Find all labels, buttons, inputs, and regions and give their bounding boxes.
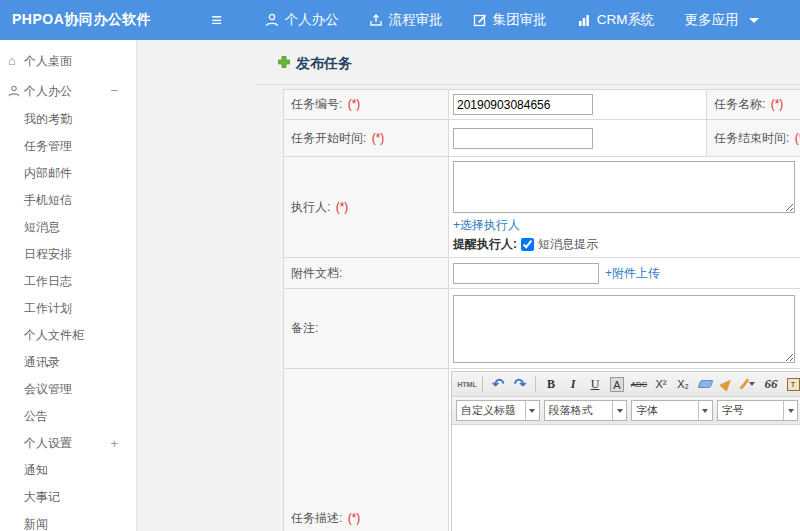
add-plus-icon [277, 55, 291, 73]
sidebar-item-internal-mail[interactable]: 内部邮件 [0, 160, 136, 187]
sidebar-item-personal-desktop[interactable]: ⌂ 个人桌面 [0, 46, 136, 76]
choose-executor-link[interactable]: +选择执行人 [453, 218, 520, 232]
executor-label-cell: 执行人: (*) [284, 157, 449, 258]
font-style-button[interactable]: A [610, 377, 623, 392]
start-time-input[interactable] [453, 128, 593, 149]
collapse-icon[interactable]: − [110, 76, 118, 106]
attachment-upload-link[interactable]: +附件上传 [605, 265, 660, 282]
expand-icon[interactable]: + [110, 430, 118, 457]
font-family-dropdown[interactable]: 字体 [631, 400, 713, 421]
font-size-dropdown[interactable]: 字号 [717, 400, 799, 421]
app-brand: PHPOA协同办公软件 [0, 11, 163, 29]
sidebar-item-schedule[interactable]: 日程安排 [0, 241, 136, 268]
publish-task-form: 任务编号: (*) 任务名称: (*) 任务开始时间: (*) [283, 89, 800, 531]
executor-textarea[interactable] [453, 161, 795, 213]
eraser-icon[interactable] [697, 380, 713, 388]
strikethrough-button[interactable]: ABC [629, 374, 649, 394]
nav-item-workflow-approval[interactable]: 流程审批 [369, 11, 443, 29]
upload-icon [369, 13, 383, 27]
required-mark: (*) [771, 97, 784, 111]
edit-icon [473, 13, 487, 27]
chevron-down-icon [698, 401, 712, 420]
chevron-down-icon [749, 18, 759, 23]
sidebar-item-meeting-management[interactable]: 会议管理 [0, 376, 136, 403]
bar-chart-icon [577, 13, 591, 27]
nav-item-crm[interactable]: CRM系统 [577, 11, 655, 29]
remark-textarea[interactable] [453, 295, 795, 363]
user-icon [8, 76, 20, 106]
editor-toolbar-row1: HTML ↶ ↷ B I U A ABC X² [452, 372, 800, 397]
page-title: 发布任务 [296, 55, 352, 73]
rich-text-editor: HTML ↶ ↷ B I U A ABC X² [451, 371, 800, 531]
end-time-label-cell: 任务结束时间: (*) [707, 120, 800, 157]
sidebar-item-major-events[interactable]: 大事记 [0, 484, 136, 511]
superscript-button[interactable]: X² [651, 374, 671, 394]
nav-item-personal-office[interactable]: 个人办公 [265, 11, 339, 29]
task-no-input[interactable] [453, 94, 593, 115]
nav-item-more-apps[interactable]: 更多应用 [685, 11, 759, 29]
chevron-down-icon [525, 401, 539, 420]
sidebar: ⌂ 个人桌面 个人办公 − 我的考勤 任务管理 内部邮件 手机短信 短消息 日程… [0, 40, 137, 531]
start-time-label-cell: 任务开始时间: (*) [284, 120, 449, 157]
user-icon [265, 13, 279, 27]
required-mark: (*) [372, 131, 385, 145]
sidebar-item-news[interactable]: 新闻 [0, 511, 136, 531]
magic-wand-icon [740, 378, 750, 389]
remark-label-cell: 备注: [284, 289, 449, 369]
undo-icon[interactable]: ↶ [488, 374, 508, 394]
required-mark: (*) [336, 200, 349, 214]
top-nav: 个人办公 流程审批 集团审批 CRM系统 更多应用 [250, 11, 774, 29]
task-no-label-cell: 任务编号: (*) [284, 90, 449, 120]
sidebar-item-personal-office[interactable]: 个人办公 − [0, 76, 136, 106]
bold-button[interactable]: B [541, 374, 561, 394]
sidebar-item-sms[interactable]: 手机短信 [0, 187, 136, 214]
italic-button[interactable]: I [563, 374, 583, 394]
sidebar-item-my-attendance[interactable]: 我的考勤 [0, 106, 136, 133]
sidebar-item-work-log[interactable]: 工作日志 [0, 268, 136, 295]
paste-as-text-icon[interactable]: T [787, 378, 800, 391]
sidebar-item-task-management[interactable]: 任务管理 [0, 133, 136, 160]
chevron-down-icon [783, 401, 797, 420]
sms-remind-label: 短消息提示 [538, 236, 598, 253]
sidebar-item-personal-settings[interactable]: 个人设置 + [0, 430, 136, 457]
format-brush-icon[interactable] [719, 376, 734, 392]
quick-format-button[interactable] [739, 374, 759, 394]
sidebar-item-announcement[interactable]: 公告 [0, 403, 136, 430]
chevron-down-icon [749, 382, 755, 386]
attachment-label-cell: 附件文档: [284, 258, 449, 289]
attachment-input[interactable] [453, 263, 599, 284]
sidebar-item-contacts[interactable]: 通讯录 [0, 349, 136, 376]
required-mark: (*) [348, 511, 361, 525]
html-source-button[interactable]: HTML [457, 374, 477, 394]
sidebar-item-personal-files[interactable]: 个人文件柜 [0, 322, 136, 349]
underline-button[interactable]: U [585, 374, 605, 394]
top-header: PHPOA协同办公软件 ≡ 个人办公 流程审批 集团审批 CRM系统 更多应用 [0, 0, 800, 40]
editor-content-area[interactable] [452, 425, 800, 531]
blockquote-button[interactable]: 66 [761, 374, 781, 394]
task-desc-label-cell: 任务描述: (*) [284, 369, 449, 531]
chevron-down-icon [612, 401, 626, 420]
paragraph-format-dropdown[interactable]: 段落格式 [544, 400, 628, 421]
sidebar-item-short-message[interactable]: 短消息 [0, 214, 136, 241]
required-mark: (*) [348, 97, 361, 111]
remind-executor-label: 提醒执行人: [453, 236, 517, 253]
task-name-label-cell: 任务名称: (*) [707, 90, 800, 120]
nav-item-group-approval[interactable]: 集团审批 [473, 11, 547, 29]
sms-remind-checkbox[interactable] [521, 238, 534, 251]
main-content: 发布任务 任务编号: (*) 任务名称: (*) [137, 40, 800, 531]
page-header: 发布任务 [256, 40, 800, 85]
sidebar-item-work-plan[interactable]: 工作计划 [0, 295, 136, 322]
home-icon: ⌂ [8, 46, 16, 76]
sidebar-item-notice[interactable]: 通知 [0, 457, 136, 484]
editor-toolbar-row2: 自定义标题 段落格式 字体 [452, 397, 800, 425]
hamburger-menu-icon[interactable]: ≡ [211, 11, 222, 29]
subscript-button[interactable]: X₂ [673, 374, 693, 394]
required-mark: (*) [795, 131, 800, 145]
redo-icon[interactable]: ↷ [510, 374, 530, 394]
custom-title-dropdown[interactable]: 自定义标题 [456, 400, 540, 421]
